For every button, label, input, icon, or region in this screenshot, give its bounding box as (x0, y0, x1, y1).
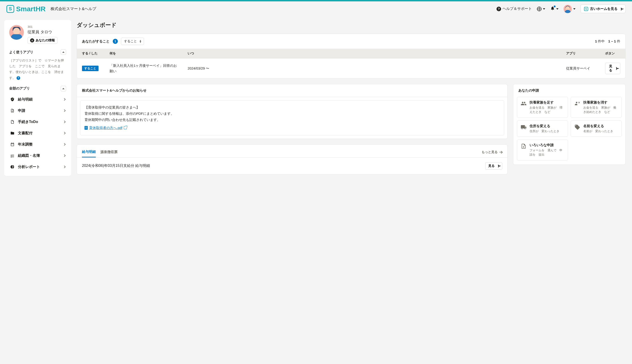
page-title: ダッシュボード (77, 21, 625, 29)
todo-count-badge: 1 (113, 39, 118, 44)
tab-payslip[interactable]: 給与明細 (82, 147, 96, 158)
notification-dot-icon (554, 6, 555, 7)
company-name: 株式会社スマート&ヘルプ (51, 6, 96, 12)
sidebar-item-analytics[interactable]: 分析レポート (9, 162, 66, 172)
analytics-icon (10, 165, 15, 169)
your-info-label: あなたの情報 (36, 38, 55, 42)
news-pdf-link[interactable]: 育休取得者の方へ.pdf (85, 124, 127, 131)
request-desc: 名前が 変わったとき (583, 129, 613, 134)
arrow-right-icon (499, 151, 502, 154)
request-title: 扶養家族を消す (583, 100, 618, 105)
news-item: 【育休取得中の従業員の皆さまへ】 育休取得に関する情報は、添付のPDFにまとめて… (80, 100, 504, 136)
sidebar-item-label: 年末調整 (18, 142, 60, 147)
chevron-right-icon (63, 154, 66, 157)
sidebar-item-label: 組織図・名簿 (18, 153, 60, 158)
chevron-right-icon (63, 143, 66, 146)
sidebar-item-label: 分析レポート (18, 164, 60, 170)
file-icon (85, 126, 88, 130)
payslip-row: 2024(令和06)年03月15日支給分 給与明細 見る (77, 158, 507, 174)
calendar-icon (10, 142, 15, 146)
your-info-button[interactable]: あなたの情報 (28, 37, 58, 44)
chevron-right-icon (63, 121, 66, 123)
request-change-name[interactable]: 名前を変える 名前が 変わったとき (571, 120, 622, 137)
help-icon: ? (496, 7, 501, 11)
sidebar-item-documents[interactable]: 文書配付 (9, 128, 66, 138)
todo-app-text: 従業員サーベイ (561, 58, 600, 78)
person-icon (30, 38, 34, 42)
news-link-text: 育休取得者の方へ.pdf (89, 124, 122, 131)
sidebar-item-procedure-todo[interactable]: 手続きToDo (9, 116, 66, 128)
requests-card: あなたの申請 扶養家族を足す お金を送る 家族が 増えたとき など (513, 84, 625, 165)
todo-filter-select[interactable]: すること ▲▼ (121, 38, 144, 45)
request-title: 名前を変える (583, 124, 613, 128)
payslip-view-button[interactable]: 見る (485, 162, 502, 170)
request-change-address[interactable]: 住所を変える 住所が 変わったとき (517, 120, 568, 137)
todo-what-text: 「新入社員入社1ヶ月後サーベイ」回答のお願い (105, 58, 183, 78)
bell-icon (550, 6, 555, 12)
org-chart-icon (10, 154, 15, 158)
logo[interactable]: S SmartHR (7, 5, 46, 13)
more-label: もっと見る (482, 150, 498, 154)
todo-view-button[interactable]: 見る (605, 63, 620, 74)
sidebar-item-request[interactable]: 申請 (9, 105, 66, 116)
sidebar-item-org-chart[interactable]: 組織図・名簿 (9, 150, 66, 161)
logo-mark-icon: S (7, 5, 14, 13)
collapse-all-button[interactable] (61, 86, 66, 91)
avatar (563, 5, 572, 13)
todo-when-text: 2024/03/29 〜 (183, 58, 561, 78)
avatar (9, 25, 24, 40)
news-item-line2: 育休期間中の問い合わせ先も記載されています。 (85, 116, 500, 123)
form-icon (520, 143, 527, 150)
chevron-right-icon (63, 98, 66, 101)
collapse-frequent-button[interactable] (61, 49, 66, 55)
globe-icon (537, 7, 541, 11)
header: S SmartHR 株式会社スマート&ヘルプ ? ヘルプ＆サポート S 古いホー… (0, 2, 632, 16)
todo-card: あなたがすること 1 すること ▲▼ 1 件中 1 – 1 件 する / した (77, 34, 625, 78)
language-selector[interactable] (537, 7, 545, 11)
logo-mark-small-icon: S (584, 7, 588, 11)
request-add-dependent[interactable]: 扶養家族を足す お金を送る 家族が 増えたとき など (517, 97, 568, 118)
tab-withholding[interactable]: 源泉徴収票 (100, 147, 118, 157)
notifications-button[interactable] (550, 6, 558, 12)
help-support-link[interactable]: ? ヘルプ＆サポート (496, 6, 532, 11)
caret-down-icon (556, 8, 558, 10)
select-carets-icon: ▲▼ (139, 40, 142, 43)
view-label: 見る (488, 164, 495, 168)
payslip-icon (10, 97, 15, 102)
sidebar-item-label: 給与明細 (18, 97, 60, 102)
payslip-card: 給与明細 源泉徴収票 もっと見る 2024(令和06)年03月15日支給分 給与… (77, 144, 507, 174)
sidebar: 301 従業員 タロウ あなたの情報 よく使うアプリ ［アプリのリスト］で ☆マ… (4, 20, 71, 176)
news-card: 株式会社スマート&ヘルプからのお知らせ 【育休取得中の従業員の皆さまへ】 育休取… (77, 84, 507, 139)
request-various[interactable]: いろいろな申請 フォームを 選んで 申請を 提出 (517, 140, 568, 160)
request-desc: お金を送る 家族が 増えたとき など (529, 106, 564, 114)
sidebar-item-label: 申請 (18, 108, 60, 113)
todo-filter-label: すること (124, 39, 137, 43)
sidebar-item-year-end[interactable]: 年末調整 (9, 139, 66, 150)
all-apps-header: 全部のアプリ (9, 86, 66, 91)
procedure-icon (10, 120, 15, 124)
documents-icon (10, 131, 15, 135)
request-title: いろいろな申請 (529, 143, 564, 147)
view-label: 見る (608, 64, 613, 72)
user-menu[interactable] (563, 5, 575, 13)
profile-block: 301 従業員 タロウ あなたの情報 (9, 25, 66, 44)
chevron-right-icon (63, 110, 66, 112)
todo-th-when: いつ (183, 49, 561, 58)
todo-count-text: 1 件中 1 – 1 件 (595, 39, 620, 44)
chevron-right-icon (63, 132, 66, 134)
payslip-more-link[interactable]: もっと見る (482, 150, 502, 154)
sidebar-item-payslip[interactable]: 給与明細 (9, 94, 66, 105)
request-desc: お金を送る 家族が 働き始めたとき など (583, 106, 618, 114)
caret-up-icon (62, 52, 65, 53)
help-hint-icon[interactable]: ? (17, 76, 20, 80)
request-remove-dependent[interactable]: 扶養家族を消す お金を送る 家族が 働き始めたとき など (571, 97, 622, 118)
news-item-title: 【育休取得中の従業員の皆さまへ】 (85, 104, 500, 110)
all-apps-title: 全部のアプリ (9, 86, 30, 91)
table-row: すること 「新入社員入社1ヶ月後サーベイ」回答のお願い 2024/03/29 〜… (77, 58, 625, 78)
todo-th-what: 何を (105, 49, 183, 58)
todo-th-app: アプリ (561, 49, 600, 58)
news-item-line1: 育休取得に関する情報は、添付のPDFにまとめています。 (85, 110, 500, 116)
chevron-right-icon (63, 166, 66, 168)
old-home-button[interactable]: S 古いホームを見る (580, 4, 625, 13)
caret-up-icon (62, 88, 65, 89)
